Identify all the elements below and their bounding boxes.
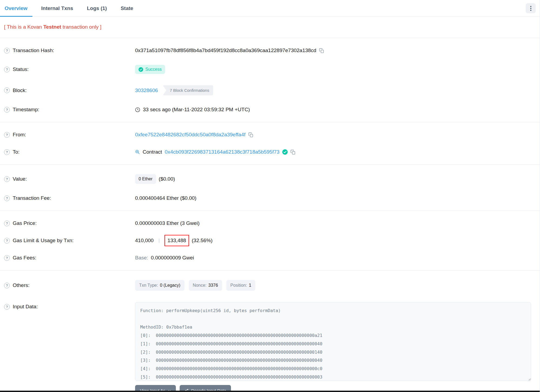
to-address-link[interactable]: 0x4cb093f226983713164a62138c3f718a5b595f… [165,149,280,155]
row-gas-limit-usage: ? Gas Limit & Usage by Txn: 410,000 | 13… [4,232,536,249]
base-fee-value: 0.000000009 Gwei [151,255,194,261]
clock-icon [135,107,140,112]
txn-type-badge: Txn Type: 0 (Legacy) [135,280,185,291]
help-icon[interactable]: ? [4,107,10,113]
kebab-icon [530,6,531,7]
warning-bold: Testnet [43,24,61,30]
copy-icon[interactable] [290,150,296,155]
others-label: Others: [13,282,29,288]
value-label: Value: [13,176,27,182]
section-others-input: ? Others: Txn Type: 0 (Legacy) Nonce: 33… [0,271,540,392]
gas-used-percent: (32.56%) [192,238,213,244]
help-icon[interactable]: ? [4,149,10,155]
row-value: ? Value: 0 Ether ($0.00) [4,168,536,190]
help-icon[interactable]: ? [4,238,10,244]
row-transaction-hash: ? Transaction Hash: 0x371a51097fb78df856… [4,42,536,59]
gas-separator: | [156,238,162,243]
timestamp-label: Timestamp: [13,107,39,113]
row-gas-price: ? Gas Price: 0.000000003 Ether (3 Gwei) [4,215,536,232]
gas-used-annotation-box: 133,488 [165,235,189,246]
section-addresses: ? From: 0xfee7522e8482682cf50ddc50a0f8da… [0,122,540,165]
copy-icon[interactable] [248,132,253,137]
row-status: ? Status: Success [4,59,536,80]
bottom-divider-bar [0,391,540,392]
status-label: Status: [13,66,29,72]
nonce-label: Nonce: [193,283,207,288]
tab-overview[interactable]: Overview [4,0,28,16]
to-label: To: [13,149,19,155]
tab-internal-txns[interactable]: Internal Txns [41,0,74,16]
row-to: ? To: Contract 0x4cb093f226983713164a621… [4,143,536,161]
usd-value: ($0.00) [159,176,175,182]
gas-price-label: Gas Price: [13,220,37,226]
row-transaction-fee: ? Transaction Fee: 0.000400464 Ether ($0… [4,190,536,207]
help-icon[interactable]: ? [4,304,10,310]
verified-contract-icon [282,149,288,155]
gas-fees-label: Gas Fees: [13,255,36,261]
kebab-icon [530,10,531,11]
position-badge: Position: 1 [226,280,255,291]
help-icon[interactable]: ? [4,132,10,138]
row-block: ? Block: 30328606 7 Block Confirmations [4,80,536,101]
gas-limit-value: 410,000 [135,238,154,244]
kebab-icon [530,8,531,9]
base-fee-label: Base: [135,255,148,261]
check-circle-icon [139,67,143,72]
more-options-button[interactable] [526,3,536,13]
transaction-fee-value: 0.000400464 Ether ($0.00) [135,195,196,201]
nonce-badge: Nonce: 3376 [189,280,222,291]
tab-bar: Overview Internal Txns Logs (1) State [0,0,540,17]
position-value: 1 [249,283,251,288]
ether-value-badge: 0 Ether [135,174,156,184]
section-summary: ? Transaction Hash: 0x371a51097fb78df856… [0,38,540,122]
status-badge: Success [135,65,165,74]
status-value: Success [145,67,162,72]
help-icon[interactable]: ? [4,87,10,93]
gas-limit-label: Gas Limit & Usage by Txn: [13,238,74,244]
block-confirmations-badge: 7 Block Confirmations [163,85,213,95]
tab-state[interactable]: State [120,0,134,16]
from-label: From: [13,132,26,138]
row-input-data: ? Input Data: Function: performUpkeep(ui… [4,296,536,392]
transaction-fee-label: Transaction Fee: [13,195,51,201]
block-number-link[interactable]: 30328606 [135,87,158,93]
section-value: ? Value: 0 Ether ($0.00) ? Transaction F… [0,165,540,211]
help-icon[interactable]: ? [4,48,10,53]
help-icon[interactable]: ? [4,255,10,261]
copy-icon[interactable] [319,48,324,53]
tabs: Overview Internal Txns Logs (1) State [4,0,134,16]
transaction-overview-page: Overview Internal Txns Logs (1) State [ … [0,0,540,392]
row-others: ? Others: Txn Type: 0 (Legacy) Nonce: 33… [4,274,536,296]
warning-text: transaction only ] [61,24,102,30]
txn-type-value: 0 (Legacy) [160,283,180,288]
warning-text: [ This is a Kovan [4,24,43,30]
help-icon[interactable]: ? [4,195,10,201]
zoom-in-icon[interactable] [135,150,140,154]
help-icon[interactable]: ? [4,283,10,288]
timestamp-value: 33 secs ago (Mar-11-2022 03:59:32 PM +UT… [143,107,250,113]
input-data-label: Input Data: [13,304,38,310]
help-icon[interactable]: ? [4,221,10,226]
input-data-textarea[interactable]: Function: performUpkeep(uint256 id, byte… [135,302,531,381]
transaction-hash-value: 0x371a51097fb78df856f8b4a7bd459f192d8cc8… [135,48,316,53]
help-icon[interactable]: ? [4,67,10,72]
txn-type-label: Txn Type: [139,283,158,288]
tab-logs[interactable]: Logs (1) [86,0,108,16]
position-label: Position: [230,283,247,288]
row-from: ? From: 0xfee7522e8482682cf50ddc50a0f8da… [4,126,536,143]
row-gas-fees: ? Gas Fees: Base: 0.000000009 Gwei [4,249,536,266]
gas-price-value: 0.000000003 Ether (3 Gwei) [135,220,200,226]
from-address-link[interactable]: 0xfee7522e8482682cf50ddc50a0f8da2a39effa… [135,132,246,138]
testnet-warning: [ This is a Kovan Testnet transaction on… [0,17,540,38]
block-label: Block: [13,87,27,93]
nonce-value: 3376 [208,283,218,288]
transaction-hash-label: Transaction Hash: [13,48,54,53]
section-gas: ? Gas Price: 0.000000003 Ether (3 Gwei) … [0,211,540,271]
gas-used-value: 133,488 [167,238,186,243]
row-timestamp: ? Timestamp: 33 secs ago (Mar-11-2022 03… [4,101,536,118]
help-icon[interactable]: ? [4,176,10,182]
to-contract-prefix: Contract [143,149,162,155]
